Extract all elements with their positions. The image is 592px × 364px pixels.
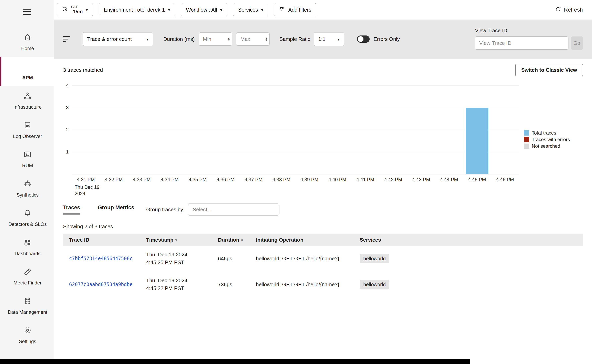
header-timestamp[interactable]: Timestamp ▿ <box>140 237 212 243</box>
y-axis-tick: 2 <box>66 127 69 133</box>
x-axis-date: Thu Dec 192024 <box>75 184 99 197</box>
database-icon <box>23 297 32 307</box>
refresh-button[interactable]: Refresh <box>555 6 583 13</box>
x-axis-label: 4:35 PM <box>189 177 206 182</box>
caret-down-icon: ▾ <box>86 8 88 12</box>
sidebar-item-label: Infrastructure <box>13 104 41 110</box>
sidebar-item-home[interactable]: Home <box>0 27 54 57</box>
chart-bar[interactable] <box>466 108 488 174</box>
refresh-label: Refresh <box>564 7 583 13</box>
legend-item: Not searched <box>524 143 570 149</box>
sidebar-item-log-observer[interactable]: Log Observer <box>0 115 54 145</box>
service-badge: helloworld <box>360 254 390 263</box>
workflow-dropdown[interactable]: Workflow : All ▾ <box>181 3 227 16</box>
gear-icon <box>23 326 32 336</box>
content: PST -15m ▾ Environment : otel-derek-1 ▾ … <box>54 0 592 364</box>
x-axis-label: 4:43 PM <box>412 177 430 182</box>
clock-icon <box>62 6 68 13</box>
filter-lines-icon[interactable] <box>63 36 70 42</box>
filter-bar: Trace & error count ▾ Duration (ms) ▴▾ ▴… <box>54 20 592 58</box>
duration-max-input[interactable] <box>240 36 265 42</box>
trace-count-chart: 1234 Total tracesTraces with errorsNot s… <box>63 85 583 201</box>
group-traces-by-select[interactable]: Select... <box>188 203 279 215</box>
sidebar-item-dashboards[interactable]: Dashboards <box>0 233 54 262</box>
sidebar-item-rum[interactable]: RUM <box>0 145 54 174</box>
duration-max-field: ▴▾ <box>236 32 270 46</box>
table-row: c7bbf57314e4856447508c Thu, Dec 19 2024 … <box>63 246 583 272</box>
sidebar-item-metric-finder[interactable]: Metric Finder <box>0 262 54 291</box>
sidebar-item-label: Detectors & SLOs <box>8 221 47 227</box>
trace-id-link[interactable]: 62077c0aabd07534a9bdbe <box>69 282 140 287</box>
go-button[interactable]: Go <box>571 37 583 50</box>
metric-type-value: Trace & error count <box>87 36 132 42</box>
hamburger-menu-icon[interactable] <box>23 9 31 15</box>
sidebar-item-apm[interactable]: APM <box>0 57 54 86</box>
sidebar-item-label: Home <box>21 46 34 52</box>
view-trace-id-block: View Trace ID Go <box>475 27 583 50</box>
home-icon <box>23 33 32 43</box>
caret-down-icon: ▾ <box>146 38 148 41</box>
header-duration[interactable]: Duration ▴▾ <box>212 237 250 243</box>
sidebar-item-data-management[interactable]: Data Management <box>0 291 54 320</box>
sample-ratio-dropdown[interactable]: 1:1 ▾ <box>314 32 344 46</box>
caret-down-icon: ▾ <box>220 8 222 12</box>
caret-down-icon: ▾ <box>337 38 340 41</box>
duration-min-input[interactable] <box>203 36 227 42</box>
y-axis-tick: 3 <box>66 105 69 110</box>
tab-traces[interactable]: Traces <box>63 205 80 214</box>
sort-desc-icon: ▿ <box>175 238 177 242</box>
table-row: 62077c0aabd07534a9bdbe Thu, Dec 19 2024 … <box>63 272 583 297</box>
x-axis-label: 4:37 PM <box>244 177 262 182</box>
add-filters-button[interactable]: Add filters <box>274 3 316 16</box>
legend-swatch <box>524 137 529 142</box>
duration-label: Duration (ms) <box>163 36 195 42</box>
duration-cell: 646μs <box>212 256 250 262</box>
duration-cell: 736μs <box>212 281 250 288</box>
rum-icon <box>23 150 32 160</box>
sample-ratio-value: 1:1 <box>318 36 326 42</box>
chart-legend: Total tracesTraces with errorsNot search… <box>524 130 570 175</box>
header-trace-id: Trace ID <box>63 237 140 243</box>
switch-to-classic-view-button[interactable]: Switch to Classic View <box>515 64 583 76</box>
y-axis-tick: 4 <box>66 83 69 88</box>
bell-icon <box>23 209 32 219</box>
sidebar-item-settings[interactable]: Settings <box>0 320 54 350</box>
sort-both-icon: ▴▾ <box>241 238 243 242</box>
log-observer-icon <box>23 121 32 131</box>
sidebar-item-label: Dashboards <box>14 251 40 257</box>
caret-down-icon: ▾ <box>261 8 263 12</box>
sample-ratio-label: Sample Ratio <box>279 36 310 42</box>
dashboards-icon <box>23 238 32 248</box>
errors-only-toggle[interactable] <box>357 35 370 43</box>
sidebar-item-label: RUM <box>22 163 33 169</box>
time-picker-button[interactable]: PST -15m ▾ <box>57 3 93 16</box>
sidebar-item-synthetics[interactable]: Synthetics <box>0 174 54 203</box>
infrastructure-icon <box>23 91 32 102</box>
environment-dropdown[interactable]: Environment : otel-derek-1 ▾ <box>99 3 175 16</box>
sidebar-item-infrastructure[interactable]: Infrastructure <box>0 86 54 115</box>
metric-type-dropdown[interactable]: Trace & error count ▾ <box>83 32 153 46</box>
refresh-icon <box>555 6 561 13</box>
sidebar-item-detectors-slos[interactable]: Detectors & SLOs <box>0 203 54 233</box>
legend-swatch <box>524 130 529 136</box>
view-trace-id-input[interactable] <box>475 37 568 50</box>
traces-matched-text: 3 traces matched <box>63 67 103 73</box>
trace-id-link[interactable]: c7bbf57314e4856447508c <box>69 256 140 261</box>
x-axis-label: 4:39 PM <box>300 177 318 182</box>
stepper-icon[interactable]: ▴▾ <box>265 37 267 41</box>
services-dropdown[interactable]: Services ▾ <box>233 3 268 16</box>
x-axis-label: 4:46 PM <box>496 177 514 182</box>
timestamp-cell: Thu, Dec 19 2024 4:45:25 PM PST <box>140 251 212 266</box>
tab-group-metrics[interactable]: Group Metrics <box>98 205 134 214</box>
x-axis-label: 4:36 PM <box>216 177 234 182</box>
stepper-icon[interactable]: ▴▾ <box>228 37 229 41</box>
x-axis-label: 4:34 PM <box>161 177 178 182</box>
timezone-label: PST <box>71 5 78 9</box>
errors-only-label: Errors Only <box>374 36 400 42</box>
synthetics-icon <box>23 179 32 189</box>
x-axis-label: 4:31 PM <box>77 177 94 182</box>
sidebar-item-label: Settings <box>19 338 36 344</box>
x-axis-label: 4:42 PM <box>384 177 402 182</box>
toggle-knob <box>358 36 363 42</box>
caret-down-icon: ▾ <box>168 8 170 12</box>
